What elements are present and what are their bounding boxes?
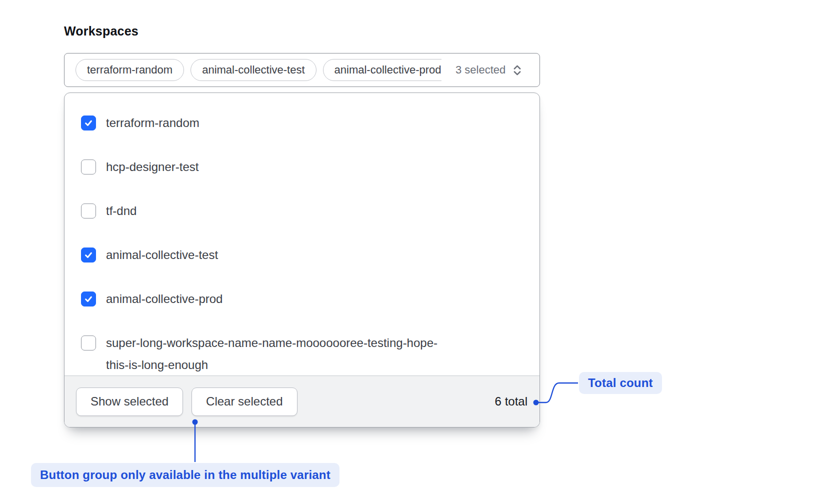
option-label: tf-dnd [106,200,136,222]
checkbox[interactable] [81,204,96,218]
page-title: Workspaces [64,24,138,38]
total-count-text: 6 total [495,394,528,408]
annotation-button-group: Button group only available in the multi… [31,463,340,487]
option-label: terraform-random [106,112,200,134]
selected-option-pill[interactable]: animal-collective-test [190,59,316,81]
checkbox[interactable] [81,292,96,306]
option-animal-collective-prod[interactable]: animal-collective-prod [81,277,528,321]
option-terraform-random[interactable]: terraform-random [81,100,528,145]
selected-count-text: 3 selected [456,64,506,76]
clear-selected-button[interactable]: Clear selected [192,388,297,416]
connector-line [538,383,578,402]
option-tf-dnd[interactable]: tf-dnd [81,189,528,233]
checkbox[interactable] [81,116,96,130]
multiselect-listbox: terraform-random hcp-designer-test tf-dn… [64,92,540,428]
option-super-long-workspace[interactable]: super-long-workspace-name-name-moooooore… [81,321,528,376]
option-hcp-designer-test[interactable]: hcp-designer-test [81,145,528,189]
option-label: animal-collective-test [106,244,218,266]
checkbox[interactable] [81,160,96,174]
checkbox[interactable] [81,336,96,350]
options-list: terraform-random hcp-designer-test tf-dn… [64,93,540,376]
checkbox[interactable] [81,248,96,262]
selected-option-pill[interactable]: animal-collective-prod [323,59,442,81]
show-selected-button[interactable]: Show selected [76,388,183,416]
option-label: hcp-designer-test [106,156,198,178]
annotation-total-count: Total count [579,372,662,394]
option-label: animal-collective-prod [106,288,222,310]
multiselect-trigger[interactable]: terraform-random animal-collective-test … [64,53,540,87]
chevron-up-down-icon [510,64,524,77]
selected-pills-container: terraform-random animal-collective-test … [76,59,442,81]
option-animal-collective-test[interactable]: animal-collective-test [81,233,528,277]
selected-option-pill[interactable]: terraform-random [76,59,184,81]
listbox-footer: Show selected Clear selected 6 total [64,376,540,427]
option-label: super-long-workspace-name-name-moooooore… [106,332,456,376]
